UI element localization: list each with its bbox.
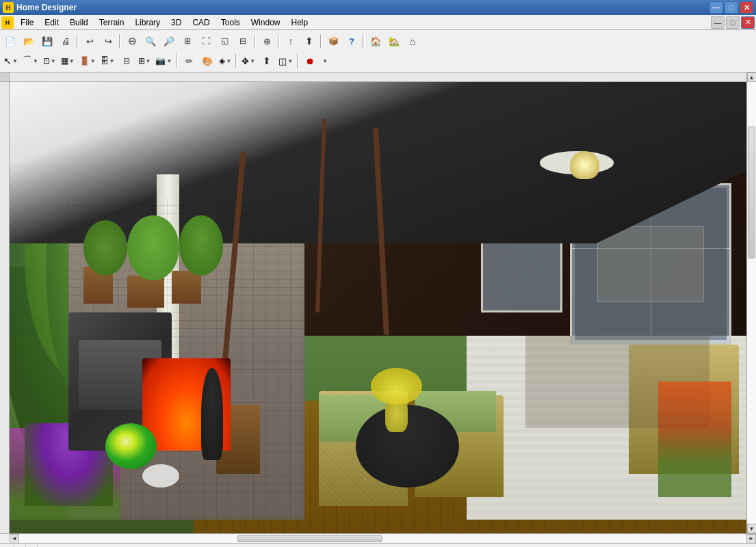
menu-item-tools[interactable]: Tools	[216, 16, 246, 29]
new-button[interactable]: 📄	[1, 33, 19, 49]
scroll-down-button[interactable]: ▼	[747, 524, 757, 533]
fireplace-tool-stand	[201, 368, 223, 460]
plant-1	[83, 220, 128, 276]
roof-style-button[interactable]: 🏠	[367, 33, 384, 49]
redo-button[interactable]: ↪	[99, 33, 117, 49]
status-bar	[0, 543, 756, 547]
fill-window-button[interactable]: ◱	[216, 33, 233, 49]
record-button[interactable]: ⏺	[301, 53, 319, 69]
menu-item-window[interactable]: Window	[246, 16, 286, 29]
menu-item-3d[interactable]: 3D	[166, 16, 187, 29]
cabinet-tool-dropdown[interactable]: 🗄 ▼	[99, 53, 117, 69]
menu-item-file[interactable]: File	[15, 16, 39, 29]
zoom-extents-button[interactable]: ⛶	[197, 33, 215, 49]
inner-close-btn[interactable]: ✕	[741, 16, 755, 29]
up-arrow2-button[interactable]: ⬆	[258, 53, 276, 69]
app-icon: H	[3, 2, 14, 13]
main-area: ▲ ▼	[0, 72, 756, 533]
minimize-button[interactable]: —	[709, 1, 723, 14]
scroll-track-h[interactable]	[19, 535, 746, 543]
menu-item-help[interactable]: Help	[285, 16, 313, 29]
ruler-corner	[0, 72, 10, 82]
scene-container	[10, 82, 746, 533]
pencil-button[interactable]: ✏	[180, 53, 198, 69]
dimension-tool-dropdown[interactable]: ◫ ▼	[276, 53, 295, 69]
scroll-left-button[interactable]: ◄	[10, 534, 19, 544]
scroll-center-button[interactable]: ⊕	[258, 33, 276, 49]
up-arrow-button[interactable]: ↑	[282, 33, 300, 49]
menu-item-terrain[interactable]: Terrain	[94, 16, 130, 29]
inner-maximize-btn[interactable]: □	[726, 16, 740, 29]
flowers-orange	[658, 382, 732, 497]
help-button[interactable]: ?	[343, 33, 361, 49]
separator-6	[363, 34, 365, 48]
watermelon	[105, 423, 157, 469]
save-button[interactable]: 💾	[38, 33, 56, 49]
scroll-track-v[interactable]	[747, 82, 756, 524]
menu-item-build[interactable]: Build	[64, 16, 94, 29]
separator-3	[254, 34, 256, 48]
pattern-tool-dropdown[interactable]: ◈ ▼	[217, 53, 233, 69]
separator-4	[278, 34, 280, 48]
stairs-button[interactable]: ⊟	[118, 53, 135, 69]
separator-2	[119, 34, 121, 48]
record-dropdown[interactable]: ▼	[320, 53, 330, 69]
separator-5	[320, 34, 322, 48]
select-tool-dropdown[interactable]: ↖ ▼	[1, 53, 20, 69]
scroll-up-button[interactable]: ▲	[747, 72, 757, 82]
toolbar-row-2: ↖ ▼ ⌒ ▼ ⊡ ▼ ▦ ▼ 🚪 ▼ 🗄 ▼ ⊟ ⊞ ▼ 📷 ▼	[1, 51, 755, 70]
status-section-1	[3, 544, 14, 547]
pendant-light	[570, 151, 599, 178]
menu-item-edit[interactable]: Edit	[39, 16, 64, 29]
zoom-out2-button[interactable]: 🔎	[160, 33, 178, 49]
3dbox-button[interactable]: 📦	[324, 33, 342, 49]
3d-scene[interactable]	[10, 82, 746, 533]
horizontal-scrollbar: ◄ ►	[0, 533, 756, 543]
pot-3	[172, 271, 201, 303]
scroll-thumb-v[interactable]	[748, 126, 755, 259]
menu-item-cad[interactable]: CAD	[187, 16, 215, 29]
floor-plan-button[interactable]: ⌂	[404, 33, 421, 49]
vertical-scrollbar: ▲ ▼	[746, 72, 756, 533]
maximize-button[interactable]: □	[725, 1, 738, 14]
zoom-out-button[interactable]: ⊖	[123, 33, 141, 49]
scroll-thumb-h[interactable]	[237, 535, 383, 542]
scroll-right-button[interactable]: ►	[746, 534, 756, 544]
toolbar-area: 📄 📂 💾 🖨 ↩ ↪ ⊖ 🔍 🔎 ⊞ ⛶ ◱ ⊟ ⊕ ↑ ⬆ 📦 ? 🏠 🏡 …	[0, 30, 756, 72]
menu-bar: H File Edit Build Terrain Library 3D CAD…	[0, 15, 756, 30]
fit-view-button[interactable]: ⊞	[179, 33, 196, 49]
undo-button[interactable]: ↩	[81, 33, 99, 49]
restore-view-button[interactable]: ⊟	[234, 33, 252, 49]
room-tool-dropdown[interactable]: ⊡ ▼	[41, 53, 58, 69]
pot-2	[127, 276, 164, 308]
inner-window-controls: — □ ✕	[711, 16, 755, 29]
menu-app-icon: H	[1, 16, 14, 29]
title-bar-controls: — □ ✕	[709, 1, 753, 14]
inner-minimize-btn[interactable]: —	[711, 16, 725, 29]
status-section-2	[14, 544, 26, 547]
paint-button[interactable]: 🎨	[198, 53, 216, 69]
big-arrow-button[interactable]: ⬆	[300, 33, 318, 49]
toolbar-row-1: 📄 📂 💾 🖨 ↩ ↪ ⊖ 🔍 🔎 ⊞ ⛶ ◱ ⊟ ⊕ ↑ ⬆ 📦 ? 🏠 🏡 …	[1, 31, 755, 51]
window-title: Home Designer	[16, 3, 709, 12]
floor-tool-dropdown[interactable]: ⊞ ▼	[136, 53, 153, 69]
plant-3	[179, 215, 224, 276]
open-button[interactable]: 📂	[20, 33, 38, 49]
separator-9	[297, 54, 299, 68]
viewport[interactable]	[10, 72, 746, 533]
menu-item-library[interactable]: Library	[129, 16, 166, 29]
separator-1	[77, 34, 79, 48]
title-bar: H Home Designer — □ ✕	[0, 0, 756, 15]
print-button[interactable]: 🖨	[57, 33, 75, 49]
house-button[interactable]: 🏡	[385, 33, 403, 49]
camera-tool-dropdown[interactable]: 📷 ▼	[153, 53, 174, 69]
door-tool-dropdown[interactable]: 🚪 ▼	[77, 53, 98, 69]
separator-7	[176, 54, 178, 68]
zoom-in-button[interactable]: 🔍	[142, 33, 159, 49]
close-button[interactable]: ✕	[740, 1, 753, 14]
curve-tool-dropdown[interactable]: ⌒ ▼	[21, 53, 40, 69]
left-ruler	[0, 72, 10, 533]
separator-8	[235, 54, 237, 68]
move-tool-dropdown[interactable]: ✥ ▼	[239, 53, 257, 69]
wall-tool-dropdown[interactable]: ▦ ▼	[59, 53, 77, 69]
